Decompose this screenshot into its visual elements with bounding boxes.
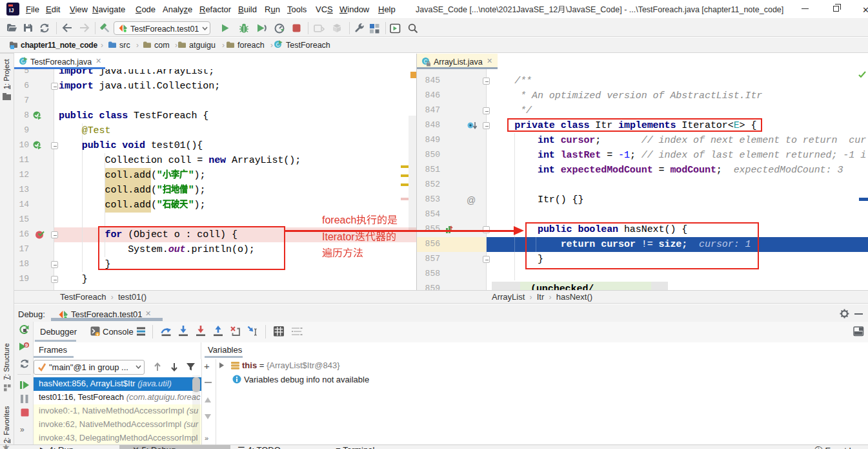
svg-text:9: 9 (25, 342, 28, 348)
